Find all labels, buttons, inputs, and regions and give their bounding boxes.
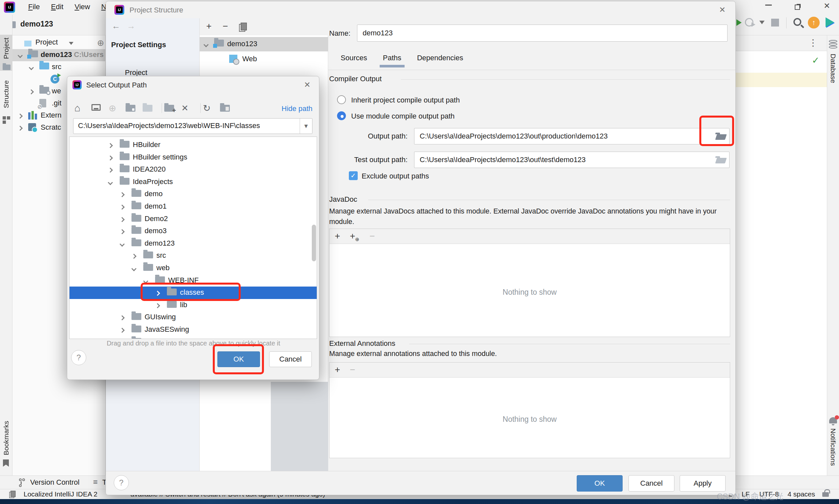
file-tree-label[interactable]: src [156,251,166,260]
path-combobox[interactable]: C:\Users\a\IdeaProjects\demo123\web\WEB-… [73,118,312,134]
chevron-right-icon[interactable] [120,316,125,321]
restore-window-icon[interactable] [795,4,800,10]
test-output-path-field[interactable]: C:\Users\a\IdeaProjects\demo123\out\test… [414,151,730,168]
project-view-caret-icon[interactable] [69,42,73,45]
inherit-output-label[interactable]: Inherit project compile output path [351,96,460,105]
chevron-right-icon[interactable] [155,303,160,308]
chevron-down-icon[interactable] [18,53,23,58]
path-combobox-arrow-icon[interactable]: ▼ [299,119,312,133]
tool-stripe-notifications[interactable]: Notifications [829,428,837,466]
lock-icon[interactable] [822,492,829,497]
tree-item-label[interactable]: .git [52,99,61,107]
version-control-tab[interactable]: Version Control [30,478,79,487]
browse-test-folder-icon[interactable] [715,156,726,163]
tab-dependencies[interactable]: Dependencies [412,50,468,67]
project-folder-icon[interactable] [125,105,135,112]
ps-cancel-button[interactable]: Cancel [629,475,674,491]
status-item[interactable]: 4 spaces [788,490,815,498]
file-tree-row-demo2[interactable]: Demo2 [69,213,317,225]
new-folder-icon[interactable]: + [164,105,174,112]
file-tree-row-javaseswing[interactable]: JavaSESwing [69,324,317,336]
sop-help-button[interactable]: ? [71,350,86,365]
file-tree-row-idea2020[interactable]: IDEA2020 [69,163,317,176]
file-tree-row-hbuilder-settings[interactable]: HBuilder settings [69,151,317,164]
chevron-right-icon[interactable] [18,114,23,119]
status-window-icon[interactable] [9,491,15,498]
ps-apply-button[interactable]: Apply [680,475,725,491]
file-tree-row-partial[interactable] [69,336,317,339]
file-tree-label[interactable]: demo3 [144,227,167,235]
chevron-right-icon[interactable] [132,254,137,259]
annotations-add-icon[interactable]: + [335,364,340,375]
dialog-close-icon[interactable]: ✕ [719,5,725,14]
file-tree-label[interactable]: Demo2 [144,215,168,223]
tree-item-label[interactable]: Scratc [41,123,61,132]
project-tree-row[interactable]: demo123 C:\Users [13,49,106,61]
path-combobox-value[interactable]: C:\Users\a\IdeaProjects\demo123\web\WEB-… [78,122,260,130]
chevron-down-icon[interactable] [132,266,137,271]
search-everywhere-icon[interactable] [793,18,801,26]
module-output-label[interactable]: Use module compile output path [351,112,455,121]
update-available-icon[interactable]: ↑ [808,17,820,29]
database-stripe-icon[interactable] [829,40,837,50]
ps-ok-button[interactable]: OK [577,475,622,491]
chevron-down-icon[interactable] [120,242,125,247]
tool-stripe-bookmarks[interactable]: Bookmarks [2,421,10,455]
bookmarks-stripe-icon[interactable] [3,460,9,467]
project-view-selector[interactable]: Project [35,38,58,47]
chevron-down-icon[interactable] [29,65,34,70]
tree-item-label[interactable]: Extern [41,111,62,120]
tree-item-label[interactable]: demo123 C:\Users [41,50,104,59]
chevron-right-icon[interactable] [29,89,34,95]
code-with-me-icon[interactable] [825,17,834,27]
project-tree-row[interactable]: src [13,61,106,73]
add-module-icon[interactable]: + [206,21,211,32]
run-config-caret-icon[interactable] [759,21,765,24]
file-tree-label[interactable]: IdeaProjects [133,178,173,186]
minimize-window-icon[interactable] [765,4,772,5]
module-tree-row[interactable]: Web [200,52,328,67]
file-tree-label[interactable]: lib [180,301,187,309]
nav-back-icon[interactable]: ← [112,21,120,31]
chevron-right-icon[interactable] [120,217,125,222]
chevron-right-icon[interactable] [120,192,125,197]
status-message-left[interactable]: Localized IntelliJ IDEA 2 [23,490,97,498]
show-hidden-icon[interactable] [220,105,230,112]
tool-stripe-database[interactable]: Database [829,54,837,83]
output-path-field[interactable]: C:\Users\a\IdeaProjects\demo123\out\prod… [414,128,730,144]
test-output-path-value[interactable]: C:\Users\a\IdeaProjects\demo123\out\test… [420,156,585,164]
file-tree-label[interactable]: demo [144,190,162,198]
structure-stripe-icon[interactable] [3,116,6,120]
file-tree-label[interactable]: GUIswing [144,313,176,321]
menu-edit[interactable]: Edit [51,3,63,11]
file-tree-row-demo[interactable]: demo [69,188,317,200]
project-stripe-folder-icon[interactable] [3,65,11,70]
locate-file-icon[interactable]: ⊕ [97,38,104,48]
copy-module-icon[interactable] [239,23,246,31]
tab-sources[interactable]: Sources [336,50,373,67]
module-tree-row[interactable]: demo123 [200,37,328,51]
chevron-right-icon[interactable] [108,143,113,148]
tool-stripe-project[interactable]: Project [2,38,10,59]
file-tree-row-demo1[interactable]: demo1 [69,200,317,213]
file-tree-label[interactable]: HBuilder settings [133,153,187,161]
tab-paths[interactable]: Paths [378,50,407,67]
chevron-right-icon[interactable] [108,168,113,173]
module-label[interactable]: Web [242,55,257,63]
chevron-down-icon[interactable] [204,42,209,48]
chevron-right-icon[interactable] [18,126,23,131]
close-window-icon[interactable]: ✕ [824,1,830,11]
ps-help-button[interactable]: ? [114,475,129,490]
exclude-output-label[interactable]: Exclude output paths [362,172,429,180]
tree-item-label[interactable]: we [52,87,61,95]
menu-file[interactable]: File [28,3,40,11]
file-tree-row-hbuilder[interactable]: HBuilder [69,139,317,151]
file-tree-row-web[interactable]: web [69,262,317,274]
hide-path-link[interactable]: Hide path [281,105,312,113]
desktop-icon[interactable] [91,104,101,111]
chevron-right-icon[interactable] [120,328,125,333]
module-label[interactable]: demo123 [227,40,257,48]
inspections-ok-icon[interactable]: ✓ [812,55,819,66]
inherit-output-radio[interactable] [337,95,346,104]
chevron-right-icon[interactable] [120,229,125,234]
